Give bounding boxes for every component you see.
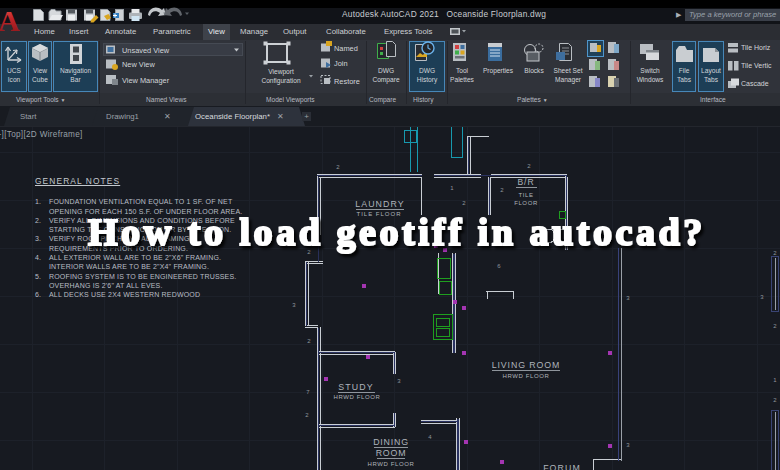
svg-text:How to load geotiff in autocad: How to load geotiff in autocad? — [88, 211, 706, 253]
